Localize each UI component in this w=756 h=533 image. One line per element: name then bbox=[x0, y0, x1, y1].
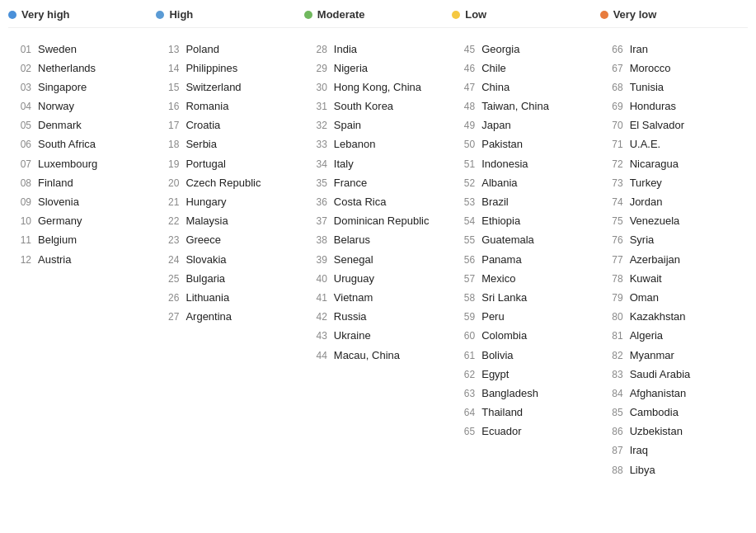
rank-number: 01 bbox=[8, 43, 31, 57]
country-name: Uzbekistan bbox=[630, 424, 683, 439]
category-header-low: Low bbox=[452, 8, 599, 21]
country-name: China bbox=[481, 80, 509, 95]
list-item: 01Sweden bbox=[8, 40, 149, 59]
rank-number: 83 bbox=[600, 368, 623, 382]
list-item: 57Mexico bbox=[452, 269, 593, 288]
rank-number: 46 bbox=[452, 62, 475, 76]
list-item: 36Costa Rica bbox=[304, 193, 445, 212]
rank-number: 88 bbox=[600, 464, 623, 478]
rank-number: 54 bbox=[452, 215, 475, 229]
list-item: 48Taiwan, China bbox=[452, 97, 593, 116]
country-name: Argentina bbox=[185, 309, 232, 324]
list-item: 10Germany bbox=[8, 212, 149, 231]
rank-number: 29 bbox=[304, 62, 327, 76]
moderate-label: Moderate bbox=[317, 8, 365, 21]
list-item: 58Sri Lanka bbox=[452, 288, 593, 307]
rank-number: 18 bbox=[156, 138, 179, 152]
rank-number: 38 bbox=[304, 233, 327, 248]
country-name: Russia bbox=[334, 309, 367, 324]
list-item: 83Saudi Arabia bbox=[600, 365, 741, 384]
rank-number: 76 bbox=[600, 233, 623, 248]
column-very-high: 01Sweden02Netherlands03Singapore04Norway… bbox=[8, 40, 156, 479]
country-name: South Korea bbox=[334, 99, 393, 114]
country-name: Oman bbox=[630, 290, 659, 305]
list-item: 71U.A.E. bbox=[600, 135, 741, 154]
country-name: Nigeria bbox=[334, 61, 368, 76]
rank-number: 65 bbox=[452, 425, 475, 439]
country-name: Malaysia bbox=[185, 214, 228, 229]
country-name: Venezuela bbox=[630, 214, 680, 229]
legend-header: Very highHighModerateLowVery low bbox=[8, 8, 748, 28]
rank-number: 87 bbox=[600, 444, 623, 458]
list-item: 32Spain bbox=[304, 116, 445, 135]
rank-number: 45 bbox=[452, 43, 475, 57]
list-item: 50Pakistan bbox=[452, 135, 593, 154]
country-name: Iran bbox=[630, 42, 648, 57]
rank-number: 05 bbox=[8, 119, 31, 133]
rank-number: 82 bbox=[600, 349, 623, 363]
country-name: Germany bbox=[38, 214, 82, 229]
list-item: 80Kazakhstan bbox=[600, 308, 741, 327]
rank-number: 66 bbox=[600, 43, 623, 57]
rank-number: 31 bbox=[304, 100, 327, 114]
country-name: Hong Kong, China bbox=[334, 80, 421, 95]
list-item: 66Iran bbox=[600, 40, 741, 59]
country-name: Portugal bbox=[185, 157, 225, 172]
low-dot bbox=[452, 11, 460, 19]
rank-number: 32 bbox=[304, 119, 327, 133]
country-name: Ukraine bbox=[334, 328, 371, 343]
country-name: Czech Republic bbox=[185, 176, 261, 191]
rank-number: 79 bbox=[600, 291, 623, 305]
rank-number: 22 bbox=[156, 215, 179, 229]
rank-number: 67 bbox=[600, 62, 623, 76]
rank-number: 86 bbox=[600, 425, 623, 439]
rank-number: 28 bbox=[304, 43, 327, 57]
rank-number: 52 bbox=[452, 177, 475, 191]
country-name: Japan bbox=[481, 118, 510, 133]
category-header-very-low: Very low bbox=[600, 8, 748, 21]
very-high-label: Very high bbox=[21, 8, 70, 21]
list-item: 02Netherlands bbox=[8, 59, 149, 78]
country-name: El Salvador bbox=[630, 118, 684, 133]
rank-number: 02 bbox=[8, 62, 31, 76]
list-item: 64Thailand bbox=[452, 403, 593, 422]
list-item: 30Hong Kong, China bbox=[304, 78, 445, 97]
rank-number: 21 bbox=[156, 196, 179, 210]
country-name: Sri Lanka bbox=[481, 290, 527, 305]
list-item: 46Chile bbox=[452, 59, 593, 78]
country-name: Ethiopia bbox=[481, 214, 520, 229]
list-item: 35France bbox=[304, 173, 445, 192]
country-name: Italy bbox=[334, 157, 354, 172]
list-item: 59Peru bbox=[452, 308, 593, 327]
rank-number: 72 bbox=[600, 158, 623, 172]
list-item: 53Brazil bbox=[452, 193, 593, 212]
country-name: Austria bbox=[38, 252, 71, 267]
country-name: Hungary bbox=[185, 195, 226, 210]
list-item: 73Turkey bbox=[600, 173, 741, 192]
country-name: Singapore bbox=[38, 80, 87, 95]
rank-number: 30 bbox=[304, 81, 327, 95]
list-item: 70El Salvador bbox=[600, 116, 741, 135]
rank-number: 39 bbox=[304, 253, 327, 267]
rank-number: 78 bbox=[600, 272, 623, 286]
content-area: 01Sweden02Netherlands03Singapore04Norway… bbox=[8, 40, 748, 479]
category-header-high: High bbox=[156, 8, 303, 21]
rank-number: 06 bbox=[8, 138, 31, 152]
list-item: 24Slovakia bbox=[156, 250, 297, 269]
rank-number: 09 bbox=[8, 196, 31, 210]
list-item: 14Philippines bbox=[156, 59, 297, 78]
category-header-moderate: Moderate bbox=[304, 8, 452, 21]
list-item: 68Tunisia bbox=[600, 78, 741, 97]
list-item: 67Morocco bbox=[600, 59, 741, 78]
list-item: 08Finland bbox=[8, 173, 149, 192]
rank-number: 81 bbox=[600, 329, 623, 343]
list-item: 17Croatia bbox=[156, 116, 297, 135]
rank-number: 37 bbox=[304, 215, 327, 229]
rank-number: 60 bbox=[452, 329, 475, 343]
country-name: Guatemala bbox=[481, 233, 534, 248]
list-item: 03Singapore bbox=[8, 78, 149, 97]
country-name: Bangladesh bbox=[481, 386, 538, 401]
country-name: Slovenia bbox=[38, 195, 79, 210]
rank-number: 15 bbox=[156, 81, 179, 95]
country-name: Luxembourg bbox=[38, 157, 97, 172]
